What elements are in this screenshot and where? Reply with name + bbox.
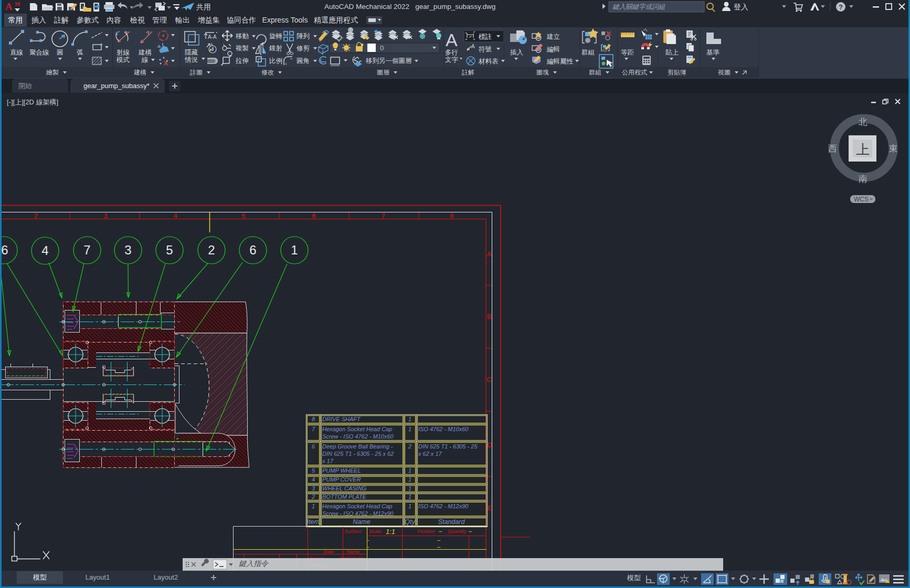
svg-text:陣列: 陣列 (297, 33, 310, 40)
svg-text:旋轉: 旋轉 (269, 33, 283, 40)
svg-text:1: 1 (408, 494, 411, 500)
svg-text:比例: 比例 (269, 57, 282, 65)
svg-text:圖塊: 圖塊 (536, 69, 549, 76)
svg-text:-: - (367, 537, 369, 543)
svg-text:PUMP COVER: PUMP COVER (322, 476, 361, 483)
svg-text:Deep Groove Ball Bearing -: Deep Groove Ball Bearing - (322, 443, 393, 450)
svg-text:3: 3 (312, 485, 315, 491)
svg-text:繪製: 繪製 (46, 69, 59, 76)
svg-text:Surface: Surface (344, 528, 362, 534)
svg-text:2: 2 (311, 494, 315, 500)
svg-text:DIN 625 T1 - 6305 - 25: DIN 625 T1 - 6305 - 25 (418, 443, 478, 450)
svg-text:1: 1 (408, 476, 411, 483)
svg-text:5: 5 (241, 212, 245, 220)
svg-text:A: A (471, 44, 475, 49)
svg-text:文字: 文字 (445, 56, 459, 63)
svg-text:多行: 多行 (445, 49, 458, 56)
svg-text:南: 南 (859, 174, 867, 184)
svg-text:修剪: 修剪 (297, 45, 310, 52)
svg-text:Screw - ISO 4762 - M12x90: Screw - ISO 4762 - M12x90 (322, 510, 394, 517)
svg-text:A: A (487, 250, 492, 258)
svg-text:Hexagon Socket Head Cap: Hexagon Socket Head Cap (322, 426, 392, 432)
svg-text:–: – (437, 543, 441, 550)
svg-text:DRIVE SHAFT: DRIVE SHAFT (322, 416, 361, 422)
svg-text:6: 6 (312, 212, 315, 220)
svg-text:7: 7 (83, 243, 90, 257)
svg-text:鍵入關鍵字或詞組: 鍵入關鍵字或詞組 (612, 3, 666, 10)
svg-text:建構: 建構 (133, 69, 146, 76)
svg-text:編輯: 編輯 (546, 46, 560, 53)
svg-text:6: 6 (249, 243, 256, 257)
svg-text:Name: Name (346, 549, 359, 554)
svg-text:Position: Position (417, 528, 435, 534)
svg-text:1: 1 (408, 503, 411, 509)
svg-text:Hexagon Socket Head Cap: Hexagon Socket Head Cap (322, 503, 392, 509)
svg-text:西: 西 (828, 144, 837, 154)
svg-text:基準: 基準 (706, 49, 720, 56)
svg-text:1: 1 (408, 467, 411, 474)
svg-text:A: A (5, 1, 13, 12)
svg-text:情況: 情況 (184, 56, 198, 63)
svg-text:視圖: 視圖 (717, 69, 731, 76)
svg-text:登入: 登入 (734, 3, 748, 11)
svg-text:7: 7 (312, 426, 315, 432)
svg-text:1: 1 (408, 426, 411, 432)
svg-text:A-A: A-A (208, 34, 217, 40)
svg-text:線: 線 (141, 56, 149, 63)
svg-text:M: M (15, 1, 20, 7)
svg-text:–: – (439, 528, 442, 534)
svg-text:剪貼簿: 剪貼簿 (668, 69, 686, 76)
svg-text:1: 1 (312, 503, 315, 509)
svg-text:弧: 弧 (77, 49, 83, 56)
svg-text:2: 2 (208, 243, 215, 257)
svg-text:x 17: x 17 (322, 458, 334, 464)
svg-text:Item: Item (307, 518, 320, 526)
svg-text:C: C (486, 376, 491, 383)
svg-text:6: 6 (1, 243, 8, 257)
svg-text:群組: 群組 (589, 69, 601, 76)
svg-text:複製: 複製 (236, 45, 249, 52)
svg-text:圓角: 圓角 (297, 57, 310, 65)
svg-text:x 62 x 17: x 62 x 17 (418, 451, 442, 457)
svg-text:1: 1 (291, 243, 298, 257)
svg-text:Date: Date (323, 549, 334, 554)
svg-text:移到另一個圖層: 移到另一個圖層 (366, 57, 412, 65)
svg-text:隱藏: 隱藏 (185, 49, 198, 56)
svg-text:ISO 4762 - M10x60: ISO 4762 - M10x60 (418, 426, 469, 432)
svg-text:共用: 共用 (196, 3, 211, 11)
svg-text:Screw - ISO 4762 - M10x60: Screw - ISO 4762 - M10x60 (322, 433, 394, 440)
svg-text:ISO 4762 - M12x90: ISO 4762 - M12x90 (418, 503, 469, 509)
svg-text:8: 8 (312, 416, 315, 422)
svg-text:鏡射: 鏡射 (269, 45, 282, 52)
svg-text:標註: 標註 (478, 33, 492, 40)
svg-text:聚合線: 聚合線 (29, 49, 49, 56)
svg-text:-: - (367, 543, 369, 550)
svg-text:WCS: WCS (854, 196, 869, 203)
svg-text:圖層: 圖層 (377, 69, 389, 76)
svg-text:移動: 移動 (236, 33, 249, 40)
svg-text:Quantity: Quantity (448, 528, 467, 534)
svg-text:–: – (437, 537, 441, 543)
svg-text:東: 東 (889, 144, 898, 154)
svg-text:群組: 群組 (581, 49, 595, 56)
svg-text:編輯屬性: 編輯屬性 (546, 58, 574, 65)
svg-text:DIN 625 T1 - 6305 - 25 x 62: DIN 625 T1 - 6305 - 25 x 62 (322, 451, 394, 457)
svg-text:D: D (487, 441, 492, 449)
svg-text:插入: 插入 (510, 49, 524, 56)
svg-text:貼上: 貼上 (665, 49, 679, 56)
svg-text:BOTTOM PLATE: BOTTOM PLATE (322, 494, 367, 500)
svg-text:建立: 建立 (546, 33, 560, 40)
svg-text:WHEEL CASING: WHEEL CASING (322, 485, 367, 491)
svg-text:B: B (487, 313, 492, 320)
svg-text:Standard: Standard (438, 518, 465, 526)
svg-text:射線: 射線 (117, 49, 130, 56)
svg-text:–: – (469, 528, 472, 534)
svg-text:建構: 建構 (138, 49, 152, 56)
svg-text:北: 北 (859, 117, 867, 127)
svg-text:2: 2 (34, 212, 37, 220)
svg-text:修改: 修改 (261, 69, 274, 76)
svg-text:7: 7 (381, 212, 385, 220)
svg-text:Qty: Qty (405, 518, 415, 526)
svg-text:1: 1 (408, 416, 411, 422)
svg-text:E: E (488, 504, 492, 512)
